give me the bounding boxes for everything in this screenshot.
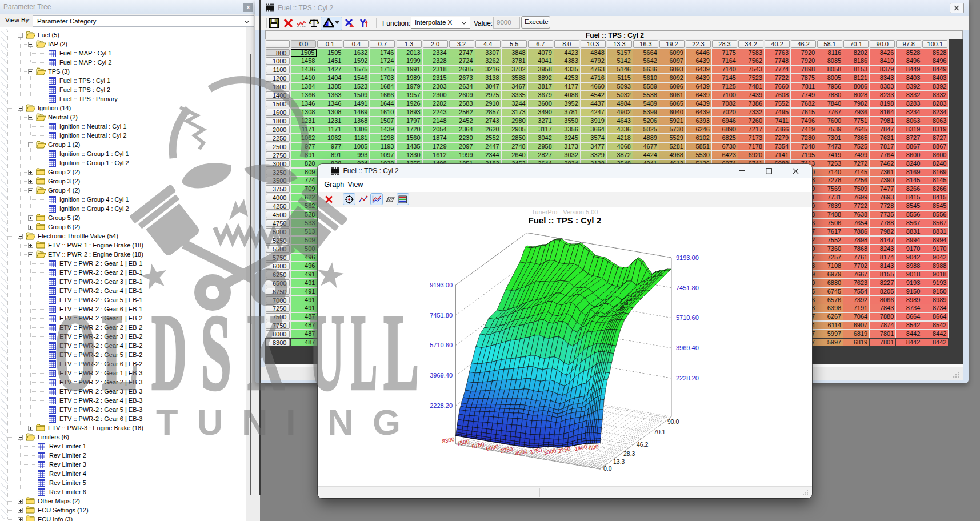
- svg-text:3750: 3750: [529, 447, 542, 455]
- svg-text:0.0: 0.0: [603, 465, 612, 472]
- svg-text:13.3: 13.3: [613, 458, 625, 465]
- svg-text:3969.40: 3969.40: [430, 372, 453, 379]
- svg-text:7451.80: 7451.80: [676, 284, 699, 291]
- svg-text:46.2: 46.2: [637, 441, 649, 448]
- svg-text:4500: 4500: [514, 448, 528, 456]
- svg-text:3969.40: 3969.40: [676, 344, 699, 351]
- svg-text:2228.20: 2228.20: [676, 375, 699, 382]
- svg-text:28.3: 28.3: [623, 450, 635, 457]
- svg-text:9193.00: 9193.00: [676, 254, 699, 261]
- svg-text:70.1: 70.1: [654, 428, 666, 435]
- svg-text:5710.60: 5710.60: [676, 314, 699, 321]
- svg-text:3000: 3000: [543, 447, 557, 456]
- svg-text:6750: 6750: [471, 441, 485, 450]
- svg-text:I: I: [286, 402, 296, 442]
- svg-text:90.0: 90.0: [667, 418, 679, 425]
- svg-text:8300: 8300: [441, 436, 455, 444]
- svg-text:2228.20: 2228.20: [430, 402, 453, 409]
- svg-text:5710.60: 5710.60: [430, 342, 453, 348]
- svg-text:5250: 5250: [499, 446, 513, 454]
- svg-text:7451.80: 7451.80: [430, 312, 453, 319]
- svg-text:9193.00: 9193.00: [430, 282, 453, 288]
